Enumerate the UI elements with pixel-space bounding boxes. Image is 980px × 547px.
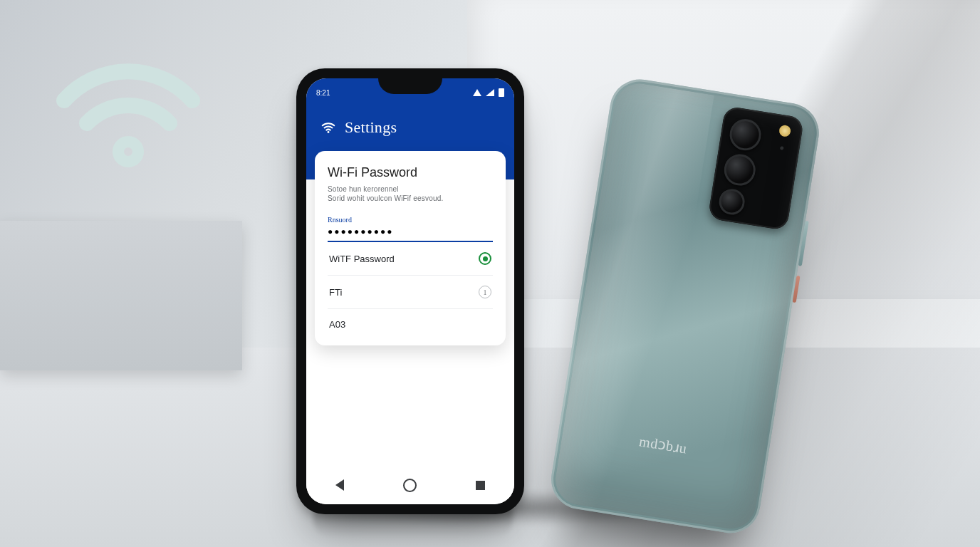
camera-lens (727, 117, 763, 152)
card-subtitle-1: Sotoe hun kerorennel (328, 184, 493, 194)
camera-module (708, 105, 805, 231)
signal-icon (486, 89, 494, 96)
battery-icon (499, 88, 504, 97)
nav-home-icon[interactable] (403, 479, 417, 492)
svg-point-1 (328, 131, 330, 133)
back-brand-text: mdɔbɹu (558, 420, 768, 469)
card-title: Wi-Fi Password (328, 165, 493, 180)
camera-mic (780, 146, 784, 150)
wifi-icon (50, 39, 207, 182)
display-notch (378, 78, 442, 94)
option-label: A03 (329, 319, 345, 330)
camera-lens (717, 187, 746, 217)
option-label: FTi (329, 287, 342, 298)
option-row-wifi-password[interactable]: WiTF Password (328, 242, 493, 276)
option-row-a03[interactable]: A03 (328, 309, 493, 340)
card-subtitle-2: Sorid wohit voulcon WiFif eesvoud. (328, 194, 493, 203)
option-label: WiTF Password (329, 254, 395, 264)
status-time: 8:21 (316, 89, 330, 97)
ledge (0, 221, 242, 370)
svg-point-0 (118, 142, 138, 162)
radio-selected-icon[interactable] (479, 252, 491, 265)
camera-lens (722, 152, 758, 187)
phone-screen: 8:21 Settings (306, 78, 514, 504)
wifi-status-icon (473, 89, 481, 96)
wifi-icon (320, 120, 336, 135)
option-row-fti[interactable]: FTi 1 (328, 276, 493, 309)
password-field-label: Rnsuord (328, 216, 493, 224)
info-icon[interactable]: 1 (479, 286, 491, 298)
wifi-password-card: Wi-Fi Password Sotoe hun kerorennel Sori… (315, 151, 506, 345)
android-nav-bar (306, 466, 514, 504)
password-field[interactable]: Rnsuord (328, 216, 493, 242)
password-input[interactable] (328, 224, 493, 242)
nav-recents-icon[interactable] (476, 481, 485, 490)
camera-flash (778, 125, 791, 137)
appbar-title: Settings (345, 118, 397, 137)
phone-front-mockup: 8:21 Settings (296, 68, 524, 514)
nav-back-icon[interactable] (335, 479, 344, 491)
product-scene: mdɔbɹu 8:21 (0, 0, 980, 547)
